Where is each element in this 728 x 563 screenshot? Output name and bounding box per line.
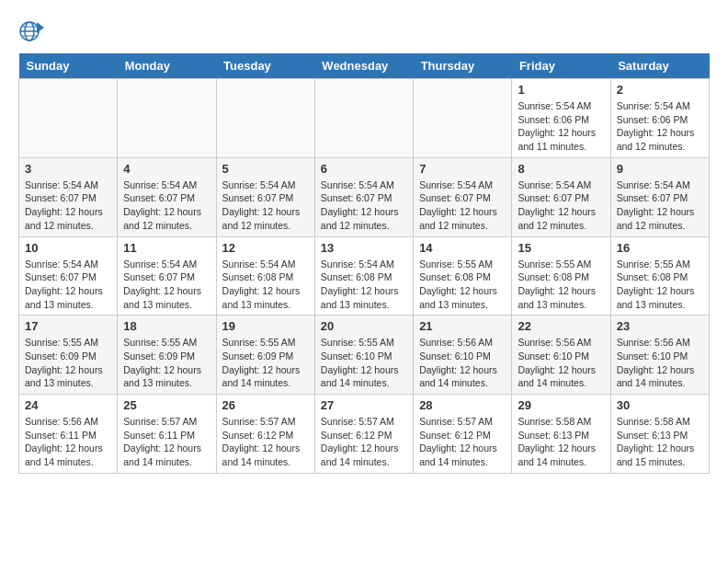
day-cell: 12Sunrise: 5:54 AM Sunset: 6:08 PM Dayli… xyxy=(216,236,314,316)
day-cell: 27Sunrise: 5:57 AM Sunset: 6:12 PM Dayli… xyxy=(314,395,413,474)
header-row: SundayMondayTuesdayWednesdayThursdayFrid… xyxy=(19,53,710,79)
day-info: Sunrise: 5:55 AM Sunset: 6:08 PM Dayligh… xyxy=(518,258,604,312)
day-cell: 25Sunrise: 5:57 AM Sunset: 6:11 PM Dayli… xyxy=(118,395,216,474)
day-cell: 11Sunrise: 5:54 AM Sunset: 6:07 PM Dayli… xyxy=(118,236,216,316)
day-cell: 16Sunrise: 5:55 AM Sunset: 6:08 PM Dayli… xyxy=(610,236,709,316)
day-cell: 17Sunrise: 5:55 AM Sunset: 6:09 PM Dayli… xyxy=(19,316,118,395)
column-header-friday: Friday xyxy=(512,53,610,79)
day-info: Sunrise: 5:58 AM Sunset: 6:13 PM Dayligh… xyxy=(518,415,604,469)
day-number: 3 xyxy=(25,162,111,176)
column-header-sunday: Sunday xyxy=(19,53,118,79)
day-info: Sunrise: 5:55 AM Sunset: 6:08 PM Dayligh… xyxy=(617,258,703,312)
day-number: 11 xyxy=(123,241,210,255)
week-row-4: 17Sunrise: 5:55 AM Sunset: 6:09 PM Dayli… xyxy=(19,316,710,395)
day-number: 15 xyxy=(518,241,604,255)
day-info: Sunrise: 5:55 AM Sunset: 6:09 PM Dayligh… xyxy=(222,336,309,390)
day-number: 14 xyxy=(419,241,506,255)
day-cell: 24Sunrise: 5:56 AM Sunset: 6:11 PM Dayli… xyxy=(19,395,118,474)
day-number: 10 xyxy=(25,241,111,255)
week-row-1: 1Sunrise: 5:54 AM Sunset: 6:06 PM Daylig… xyxy=(19,79,710,158)
day-cell: 1Sunrise: 5:54 AM Sunset: 6:06 PM Daylig… xyxy=(512,79,610,158)
day-cell: 8Sunrise: 5:54 AM Sunset: 6:07 PM Daylig… xyxy=(512,157,610,236)
day-cell xyxy=(118,79,216,158)
day-info: Sunrise: 5:57 AM Sunset: 6:12 PM Dayligh… xyxy=(321,415,407,469)
day-info: Sunrise: 5:55 AM Sunset: 6:09 PM Dayligh… xyxy=(25,336,111,390)
day-number: 2 xyxy=(617,83,703,97)
day-cell: 2Sunrise: 5:54 AM Sunset: 6:06 PM Daylig… xyxy=(610,79,709,158)
day-number: 7 xyxy=(419,162,506,176)
column-header-tuesday: Tuesday xyxy=(216,53,314,79)
day-info: Sunrise: 5:55 AM Sunset: 6:08 PM Dayligh… xyxy=(419,258,506,312)
day-number: 25 xyxy=(123,398,210,412)
day-cell: 26Sunrise: 5:57 AM Sunset: 6:12 PM Dayli… xyxy=(216,395,314,474)
day-cell: 4Sunrise: 5:54 AM Sunset: 6:07 PM Daylig… xyxy=(118,157,216,236)
day-cell xyxy=(216,79,314,158)
day-info: Sunrise: 5:54 AM Sunset: 6:08 PM Dayligh… xyxy=(222,258,309,312)
day-number: 22 xyxy=(518,319,604,333)
day-number: 19 xyxy=(222,319,309,333)
day-cell: 19Sunrise: 5:55 AM Sunset: 6:09 PM Dayli… xyxy=(216,316,314,395)
day-info: Sunrise: 5:54 AM Sunset: 6:07 PM Dayligh… xyxy=(25,258,111,312)
day-cell: 30Sunrise: 5:58 AM Sunset: 6:13 PM Dayli… xyxy=(610,395,709,474)
day-info: Sunrise: 5:54 AM Sunset: 6:07 PM Dayligh… xyxy=(123,258,210,312)
calendar-table: SundayMondayTuesdayWednesdayThursdayFrid… xyxy=(18,53,710,474)
day-number: 24 xyxy=(25,398,111,412)
column-header-monday: Monday xyxy=(118,53,216,79)
day-number: 28 xyxy=(419,398,506,412)
day-number: 5 xyxy=(222,162,309,176)
day-number: 8 xyxy=(518,162,604,176)
day-number: 9 xyxy=(617,162,703,176)
day-info: Sunrise: 5:56 AM Sunset: 6:10 PM Dayligh… xyxy=(419,336,506,390)
day-number: 26 xyxy=(222,398,309,412)
day-info: Sunrise: 5:57 AM Sunset: 6:11 PM Dayligh… xyxy=(123,415,210,469)
day-cell: 22Sunrise: 5:56 AM Sunset: 6:10 PM Dayli… xyxy=(512,316,610,395)
day-cell: 28Sunrise: 5:57 AM Sunset: 6:12 PM Dayli… xyxy=(414,395,512,474)
week-row-2: 3Sunrise: 5:54 AM Sunset: 6:07 PM Daylig… xyxy=(19,157,710,236)
day-number: 4 xyxy=(123,162,210,176)
day-number: 16 xyxy=(617,241,703,255)
day-info: Sunrise: 5:58 AM Sunset: 6:13 PM Dayligh… xyxy=(617,415,703,469)
day-info: Sunrise: 5:57 AM Sunset: 6:12 PM Dayligh… xyxy=(419,415,506,469)
column-header-thursday: Thursday xyxy=(414,53,512,79)
day-cell: 10Sunrise: 5:54 AM Sunset: 6:07 PM Dayli… xyxy=(19,236,118,316)
column-header-wednesday: Wednesday xyxy=(314,53,413,79)
day-cell: 7Sunrise: 5:54 AM Sunset: 6:07 PM Daylig… xyxy=(414,157,512,236)
day-info: Sunrise: 5:54 AM Sunset: 6:06 PM Dayligh… xyxy=(518,99,604,154)
day-info: Sunrise: 5:54 AM Sunset: 6:07 PM Dayligh… xyxy=(321,178,407,233)
day-cell: 21Sunrise: 5:56 AM Sunset: 6:10 PM Dayli… xyxy=(414,316,512,395)
day-info: Sunrise: 5:54 AM Sunset: 6:06 PM Dayligh… xyxy=(617,99,703,154)
day-cell: 9Sunrise: 5:54 AM Sunset: 6:07 PM Daylig… xyxy=(610,157,709,236)
week-row-3: 10Sunrise: 5:54 AM Sunset: 6:07 PM Dayli… xyxy=(19,236,710,316)
day-cell: 13Sunrise: 5:54 AM Sunset: 6:08 PM Dayli… xyxy=(314,236,413,316)
day-info: Sunrise: 5:56 AM Sunset: 6:10 PM Dayligh… xyxy=(617,336,703,390)
logo-icon xyxy=(18,18,44,44)
day-cell xyxy=(414,79,512,158)
day-number: 17 xyxy=(25,319,111,333)
day-number: 27 xyxy=(321,398,407,412)
day-cell: 14Sunrise: 5:55 AM Sunset: 6:08 PM Dayli… xyxy=(414,236,512,316)
day-number: 12 xyxy=(222,241,309,255)
day-cell: 3Sunrise: 5:54 AM Sunset: 6:07 PM Daylig… xyxy=(19,157,118,236)
day-info: Sunrise: 5:56 AM Sunset: 6:11 PM Dayligh… xyxy=(25,415,111,469)
week-row-5: 24Sunrise: 5:56 AM Sunset: 6:11 PM Dayli… xyxy=(19,395,710,474)
day-info: Sunrise: 5:55 AM Sunset: 6:09 PM Dayligh… xyxy=(123,336,210,390)
day-number: 21 xyxy=(419,319,506,333)
day-number: 13 xyxy=(321,241,407,255)
page-header xyxy=(18,18,710,44)
day-info: Sunrise: 5:54 AM Sunset: 6:07 PM Dayligh… xyxy=(617,178,703,233)
day-info: Sunrise: 5:57 AM Sunset: 6:12 PM Dayligh… xyxy=(222,415,309,469)
day-cell: 23Sunrise: 5:56 AM Sunset: 6:10 PM Dayli… xyxy=(610,316,709,395)
column-header-saturday: Saturday xyxy=(610,53,709,79)
day-number: 30 xyxy=(617,398,703,412)
day-number: 29 xyxy=(518,398,604,412)
day-cell: 18Sunrise: 5:55 AM Sunset: 6:09 PM Dayli… xyxy=(118,316,216,395)
day-number: 18 xyxy=(123,319,210,333)
day-number: 6 xyxy=(321,162,407,176)
logo xyxy=(18,18,48,44)
day-info: Sunrise: 5:55 AM Sunset: 6:10 PM Dayligh… xyxy=(321,336,407,390)
day-info: Sunrise: 5:54 AM Sunset: 6:08 PM Dayligh… xyxy=(321,258,407,312)
day-number: 23 xyxy=(617,319,703,333)
day-cell: 20Sunrise: 5:55 AM Sunset: 6:10 PM Dayli… xyxy=(314,316,413,395)
day-cell: 6Sunrise: 5:54 AM Sunset: 6:07 PM Daylig… xyxy=(314,157,413,236)
day-number: 20 xyxy=(321,319,407,333)
